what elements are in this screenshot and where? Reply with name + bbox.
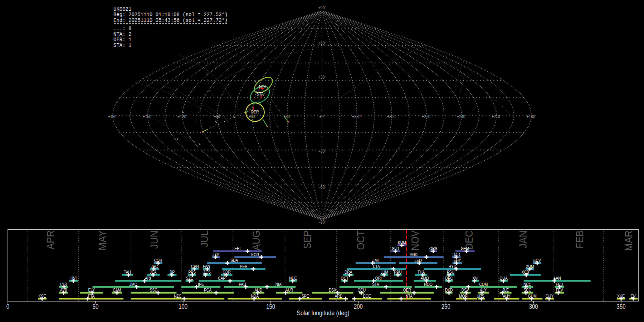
- svg-text:−30°: −30°: [318, 149, 326, 153]
- svg-text:JUL: JUL: [198, 230, 210, 247]
- svg-text:+210°: +210°: [492, 114, 501, 119]
- svg-text:LEO: LEO: [415, 258, 422, 263]
- svg-text:50: 50: [93, 303, 99, 310]
- svg-text:PPS: PPS: [189, 270, 196, 275]
- svg-text:NUE: NUE: [289, 276, 297, 280]
- svg-text:SEP: SEP: [301, 230, 313, 249]
- svg-text:Solar longitude (deg): Solar longitude (deg): [297, 309, 350, 317]
- svg-text:UK0021: UK0021: [113, 6, 131, 12]
- svg-text:DAD: DAD: [453, 252, 460, 257]
- svg-text:CAP: CAP: [218, 276, 225, 280]
- svg-text:AUD: AUD: [255, 288, 263, 292]
- svg-text:NOV: NOV: [409, 230, 421, 250]
- svg-text:+270°: +270°: [422, 114, 431, 119]
- svg-text:PCA: PCA: [204, 288, 211, 292]
- svg-text:THA: THA: [418, 270, 425, 275]
- svg-text:LMI: LMI: [372, 258, 379, 263]
- svg-text:RPU: RPU: [394, 270, 402, 275]
- svg-text:...: 8: ...: 8: [113, 26, 131, 31]
- svg-text:NDA: NDA: [251, 294, 259, 298]
- svg-text:300: 300: [529, 303, 538, 310]
- svg-text:+150°: +150°: [143, 114, 152, 119]
- svg-text:NTA: NTA: [259, 84, 267, 89]
- svg-text:DSV: DSV: [462, 288, 469, 292]
- svg-text:CTA: CTA: [373, 264, 380, 269]
- svg-text:SPE: SPE: [302, 294, 309, 298]
- svg-text:+60°: +60°: [318, 41, 326, 46]
- svg-text:OER: OER: [403, 288, 411, 292]
- svg-text:+180°: +180°: [108, 114, 117, 119]
- svg-text:EHY: EHY: [454, 258, 461, 263]
- svg-text:EGE: EGE: [363, 294, 371, 298]
- svg-text:XCB: XCB: [522, 270, 529, 275]
- svg-text:DPC: DPC: [445, 276, 453, 280]
- svg-text:ARI: ARI: [145, 276, 151, 280]
- svg-text:AND: AND: [410, 252, 418, 257]
- svg-text:FTA: FTA: [88, 294, 95, 298]
- svg-text:FEB: FEB: [574, 230, 585, 248]
- svg-text:QUA: QUA: [500, 276, 508, 280]
- svg-text:FAN: FAN: [203, 264, 210, 269]
- svg-text:LUM: LUM: [380, 270, 388, 275]
- svg-text:OCT: OCT: [341, 276, 349, 280]
- svg-text:KUM: KUM: [398, 240, 406, 245]
- svg-text:100: 100: [179, 303, 187, 310]
- svg-text:OHY: OHY: [546, 294, 554, 298]
- svg-text:AAN: AAN: [553, 276, 561, 280]
- svg-text:+90°: +90°: [214, 114, 221, 119]
- svg-text:AHY: AHY: [503, 294, 510, 298]
- svg-text:ERI: ERI: [234, 246, 240, 251]
- svg-text:Beg: 20251110 01:10:08 (sol =: Beg: 20251110 01:10:08 (sol = 227.53°): [113, 12, 228, 18]
- svg-text:AUG: AUG: [250, 230, 262, 250]
- svg-text:SCC: SCC: [523, 288, 531, 292]
- svg-text:MON: MON: [459, 294, 468, 298]
- svg-text:JIP: JIP: [169, 270, 175, 275]
- svg-text:NOO: NOO: [424, 282, 433, 287]
- svg-text:MAR: MAR: [623, 230, 634, 251]
- svg-text:JMC: JMC: [130, 282, 137, 287]
- svg-text:ZCS: ZCS: [203, 270, 210, 275]
- svg-text:JAN: JAN: [517, 230, 529, 248]
- svg-text:200: 200: [354, 303, 363, 310]
- svg-text:SDA: SDA: [230, 258, 238, 263]
- svg-text:JXA: JXA: [213, 252, 219, 257]
- svg-text:GDR: GDR: [223, 270, 231, 275]
- svg-text:NIA: NIA: [275, 282, 282, 287]
- svg-text:TAH: TAH: [124, 270, 131, 275]
- svg-text:COM: COM: [479, 282, 488, 287]
- svg-text:NZC: NZC: [174, 294, 181, 298]
- svg-text:ELY: ELY: [88, 288, 95, 292]
- svg-text:NTA: NTA: [405, 294, 413, 298]
- svg-text:XUM: XUM: [526, 264, 534, 269]
- svg-text:AUR: AUR: [286, 288, 293, 292]
- svg-text:ECV: ECV: [533, 258, 541, 263]
- svg-text:ALY: ALY: [480, 288, 487, 292]
- svg-text:+330°: +330°: [352, 114, 361, 119]
- svg-text:OER: OER: [251, 110, 259, 114]
- svg-text:+60°: +60°: [249, 114, 256, 119]
- svg-text:SZC: SZC: [186, 276, 193, 280]
- svg-text:OCT: OCT: [355, 230, 366, 250]
- svg-text:STA: 1: STA: 1: [113, 43, 131, 48]
- svg-text:COR: COR: [154, 258, 162, 263]
- svg-text:150: 150: [266, 303, 275, 310]
- svg-text:GUM: GUM: [528, 294, 537, 298]
- svg-text:STA: STA: [257, 92, 264, 96]
- svg-text:+300°: +300°: [387, 114, 396, 119]
- svg-text:KSE: KSE: [39, 294, 46, 298]
- svg-text:DRA: DRA: [345, 270, 352, 275]
- svg-text:+90°: +90°: [318, 5, 326, 10]
- svg-text:+240°: +240°: [457, 114, 466, 119]
- svg-text:APR: APR: [44, 230, 56, 249]
- svg-text:JLE: JLE: [502, 288, 509, 292]
- svg-text:NCC: NCC: [523, 282, 531, 287]
- svg-text:OER: 1: OER: 1: [113, 37, 131, 43]
- svg-text:OCU: OCU: [357, 288, 366, 292]
- svg-text:ORS: ORS: [429, 246, 437, 251]
- svg-text:ARD: ARD: [335, 294, 343, 298]
- svg-text:0: 0: [6, 303, 9, 310]
- svg-text:FED: FED: [556, 282, 563, 287]
- svg-text:STA: STA: [372, 282, 379, 287]
- svg-text:GEM: GEM: [461, 246, 469, 251]
- svg-text:DKD: DKD: [445, 288, 453, 292]
